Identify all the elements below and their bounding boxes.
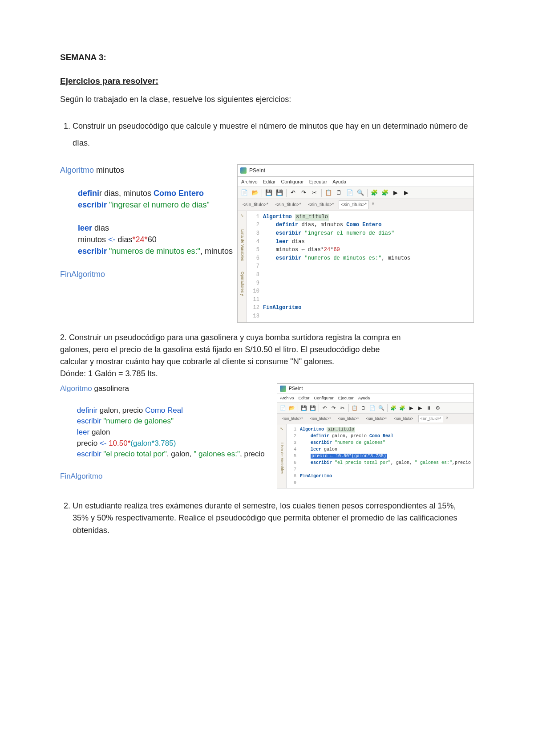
- toolbar-button-0[interactable]: 📄: [239, 188, 249, 197]
- gutter-variables[interactable]: Lista de Variables: [239, 229, 245, 261]
- code-line[interactable]: minutos ← dias*24*60: [263, 246, 340, 254]
- pseint-window-2: PSeInt Archivo Editar Configurar Ejecuta…: [277, 383, 474, 488]
- line-number: 9: [289, 480, 300, 486]
- tab-1[interactable]: <sin_titulo>*: [280, 415, 305, 423]
- toolbar-button-9[interactable]: 📄: [368, 404, 376, 411]
- toolbar-button-13[interactable]: ▶: [407, 404, 415, 411]
- line-number: 2: [250, 221, 263, 229]
- tab-2[interactable]: <sin_titulo>*: [273, 200, 303, 209]
- line-number: 6: [250, 254, 263, 263]
- gutter-expand-icon[interactable]: ⤡: [280, 426, 283, 432]
- exercise-1-block: Algoritmo minutos definir dias, minutos …: [60, 164, 474, 323]
- code-editor[interactable]: 1Algoritmo sin_titulo2 definir dias, min…: [247, 211, 473, 322]
- menu-editar[interactable]: Editar: [299, 395, 310, 401]
- toolbar-button-3[interactable]: 💾: [309, 404, 317, 411]
- code-line[interactable]: escribir "ingresar el numero de dias": [263, 229, 394, 238]
- code-line[interactable]: Algoritmo sin_titulo: [300, 426, 355, 433]
- pseudo-code-1: Algoritmo minutos definir dias, minutos …: [60, 164, 233, 280]
- toolbar-button-7[interactable]: 📋: [324, 188, 333, 197]
- code-line[interactable]: escribir "el precio total por", galon, "…: [300, 459, 471, 466]
- code-line[interactable]: FinAlgoritmo: [263, 304, 301, 312]
- code-line[interactable]: escribir "numero de galones": [300, 439, 385, 446]
- menu-ejecutar[interactable]: Ejecutar: [338, 395, 354, 401]
- exercise-list-2: Un estudiante realiza tres exámenes dura…: [60, 500, 474, 537]
- code-line[interactable]: definir dias, minutos Como Entero: [263, 221, 381, 229]
- window-titlebar[interactable]: PSeInt: [277, 384, 473, 394]
- code-line[interactable]: leer dias: [263, 238, 305, 246]
- toolbar-button-2[interactable]: 💾: [264, 188, 274, 197]
- gutter-expand-icon[interactable]: ⤡: [240, 213, 244, 219]
- toolbar-button-5[interactable]: ↷: [330, 404, 338, 411]
- window-titlebar[interactable]: PSeInt: [238, 165, 473, 177]
- code-editor[interactable]: 1Algoritmo sin_titulo2 definir galon, pr…: [287, 424, 473, 488]
- toolbar-button-12[interactable]: 🧩: [398, 404, 406, 411]
- toolbar-button-6[interactable]: ✂: [339, 404, 347, 411]
- tab-3[interactable]: <sin_titulo>*: [306, 200, 336, 209]
- toolbar-button-4[interactable]: ↶: [321, 404, 329, 411]
- line-number: 4: [250, 238, 263, 246]
- toolbar-button-8[interactable]: 🗒: [360, 404, 368, 411]
- toolbar-button-4[interactable]: ↶: [288, 188, 298, 197]
- toolbar-button-2[interactable]: 💾: [300, 404, 308, 411]
- toolbar-button-15[interactable]: ⏸: [425, 404, 433, 411]
- tab-strip: <sin_titulo>* <sin_titulo>* <sin_titulo>…: [277, 414, 473, 424]
- tab-3[interactable]: <sin_titulo>*: [336, 415, 361, 423]
- side-gutter[interactable]: ⤡ Lista de Variables Operadores y: [238, 211, 247, 322]
- menu-archivo[interactable]: Archivo: [241, 178, 258, 186]
- code-line[interactable]: precio ← 10.50*(galon*3.785): [300, 453, 387, 459]
- toolbar-button-11[interactable]: 🧩: [389, 404, 397, 411]
- toolbar-button-14[interactable]: ▶: [401, 188, 411, 197]
- menu-ejecutar[interactable]: Ejecutar: [309, 178, 327, 186]
- toolbar-button-3[interactable]: 💾: [275, 188, 284, 197]
- line-number: 8: [250, 271, 263, 279]
- pseudo-code-2: Algoritmo gasolinera definir galon, prec…: [60, 383, 272, 482]
- tab-close-icon[interactable]: ×: [446, 415, 448, 423]
- toolbar-button-12[interactable]: 🧩: [380, 188, 390, 197]
- menu-configurar[interactable]: Configurar: [314, 395, 333, 401]
- line-number: 8: [289, 473, 300, 480]
- pseint-logo-icon: [240, 167, 247, 174]
- toolbar-button-9[interactable]: 📄: [345, 188, 355, 197]
- line-number: 13: [250, 312, 263, 321]
- toolbar-button-11[interactable]: 🧩: [369, 188, 379, 197]
- tab-1[interactable]: <sin_titulo>*: [240, 200, 271, 209]
- window-title: PSeInt: [289, 385, 303, 392]
- page-title: SEMANA 3:: [60, 51, 474, 64]
- menu-ayuda[interactable]: Ayuda: [332, 178, 346, 186]
- tab-4[interactable]: <sin_titulo>*: [364, 415, 389, 423]
- toolbar-button-10[interactable]: 🔍: [356, 188, 365, 197]
- line-number: 7: [289, 466, 300, 473]
- tab-close-icon[interactable]: ×: [372, 200, 374, 209]
- side-gutter[interactable]: ⤡ Lista de Variables: [277, 424, 287, 488]
- code-line[interactable]: escribir "numeros de minutos es:", minut…: [263, 254, 410, 263]
- menu-ayuda[interactable]: Ayuda: [358, 395, 370, 401]
- document-page: SEMANA 3: Ejercicios para resolver: Segú…: [0, 0, 534, 756]
- code-line[interactable]: Algoritmo sin_titulo: [263, 213, 329, 221]
- code-line[interactable]: FinAlgoritmo: [300, 473, 332, 480]
- toolbar-button-13[interactable]: ▶: [391, 188, 400, 197]
- tab-5[interactable]: <sin_titulo>: [392, 415, 415, 423]
- code-line[interactable]: leer galon: [300, 446, 337, 453]
- menu-editar[interactable]: Editar: [263, 178, 276, 186]
- menu-archivo[interactable]: Archivo: [280, 395, 294, 401]
- line-number: 5: [250, 246, 263, 254]
- toolbar: 📄📂💾💾↶↷✂📋🗒📄🔍🧩🧩▶▶: [238, 187, 473, 199]
- menu-configurar[interactable]: Configurar: [281, 178, 303, 186]
- menubar: Archivo Editar Configurar Ejecutar Ayuda: [277, 394, 473, 402]
- code-line[interactable]: definir galon, precio Como Real: [300, 433, 393, 439]
- toolbar-button-16[interactable]: ⚙: [434, 404, 442, 411]
- tab-6-active[interactable]: <sin_titulo>*: [418, 415, 444, 423]
- tab-2[interactable]: <sin_titulo>*: [308, 415, 333, 423]
- toolbar-button-1[interactable]: 📂: [288, 404, 296, 411]
- toolbar-button-7[interactable]: 📋: [351, 404, 359, 411]
- toolbar-button-10[interactable]: 🔍: [377, 404, 385, 411]
- toolbar-button-1[interactable]: 📂: [250, 188, 260, 197]
- toolbar-button-8[interactable]: 🗒: [334, 188, 344, 197]
- toolbar-button-14[interactable]: ▶: [416, 404, 424, 411]
- gutter-operators[interactable]: Operadores y: [239, 272, 245, 296]
- toolbar-button-0[interactable]: 📄: [279, 404, 287, 411]
- tab-4-active[interactable]: <sin_titulo>*: [339, 200, 369, 209]
- toolbar-button-5[interactable]: ↷: [299, 188, 309, 197]
- gutter-variables[interactable]: Lista de Variables: [279, 443, 285, 474]
- toolbar-button-6[interactable]: ✂: [310, 188, 320, 197]
